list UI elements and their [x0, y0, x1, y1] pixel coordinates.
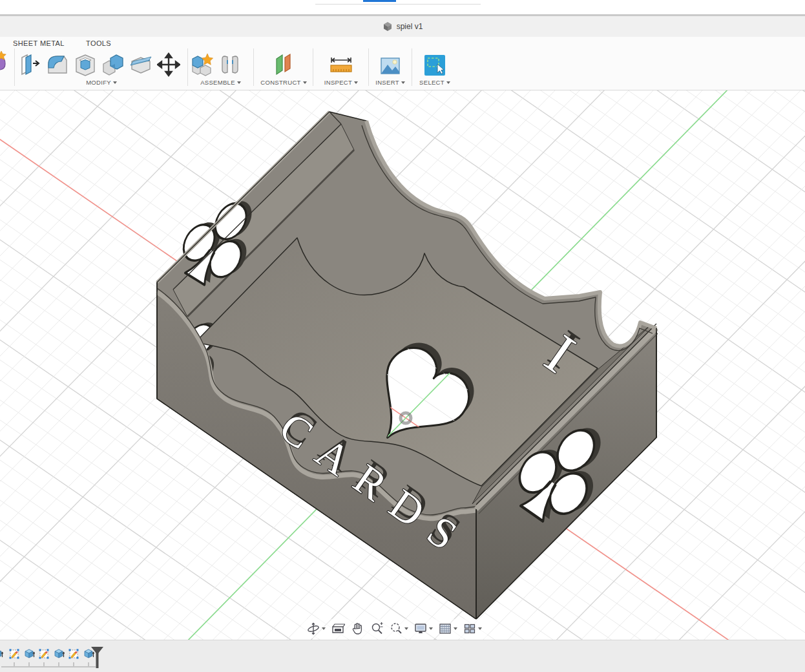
timeline-bar [0, 640, 805, 672]
move-icon[interactable] [157, 52, 180, 77]
chevron-down-icon [404, 627, 408, 630]
display-settings-icon [413, 622, 428, 636]
chevron-down-icon [303, 81, 307, 84]
timeline-feature-extrude[interactable] [23, 648, 35, 660]
chevron-down-icon [401, 81, 405, 84]
timeline-feature-extrude[interactable] [0, 648, 4, 660]
view-navigation-bar [301, 619, 487, 638]
timeline-feature-sketch[interactable] [38, 648, 50, 660]
zoom-icon [370, 622, 384, 636]
group-separator [253, 48, 254, 86]
orbit-button[interactable] [305, 620, 327, 637]
tab-tools[interactable]: TOOLS [86, 39, 111, 47]
measure-icon[interactable] [329, 52, 353, 77]
combine-icon[interactable] [101, 52, 125, 77]
active-tab-indicator [363, 0, 396, 2]
look-at-icon [331, 622, 345, 636]
grid-settings-button[interactable] [437, 620, 459, 637]
chevron-down-icon [113, 81, 117, 84]
chevron-down-icon [446, 81, 450, 84]
group-insert: INSERT [372, 50, 408, 89]
press-pull-icon[interactable] [18, 52, 41, 77]
shell-icon[interactable] [74, 52, 97, 77]
chevron-down-icon [322, 627, 326, 630]
tab-border [315, 4, 481, 5]
tab-sheet-metal[interactable]: SHEET METAL [13, 39, 65, 47]
document-title[interactable]: spiel v1 [397, 22, 423, 31]
group-select: SELECT [416, 50, 454, 89]
clipped-tool-icon[interactable] [0, 50, 8, 76]
group-separator [187, 48, 188, 86]
timeline-track [1, 666, 96, 667]
viewport-scene: I I CARDS CARDS [0, 90, 805, 640]
display-settings-button[interactable] [412, 620, 434, 637]
timeline-playhead[interactable] [90, 647, 104, 669]
construct-dropdown[interactable]: CONSTRUCT [257, 79, 310, 86]
modify-dropdown[interactable]: MODIFY [18, 79, 185, 86]
group-separator [14, 48, 15, 86]
orbit-icon [306, 622, 320, 636]
group-construct: CONSTRUCT [257, 50, 310, 89]
chevron-down-icon [478, 627, 482, 630]
viewports-icon [463, 622, 477, 636]
group-separator [368, 48, 369, 86]
group-separator [313, 48, 313, 86]
viewports-button[interactable] [461, 620, 483, 637]
timeline-feature-sketch[interactable] [68, 648, 79, 660]
group-modify: MODIFY [18, 50, 185, 89]
group-assemble: ASSEMBLE [190, 50, 251, 89]
new-component-icon[interactable] [190, 52, 214, 77]
inspect-dropdown[interactable]: INSPECT [318, 79, 364, 86]
chevron-down-icon [354, 81, 358, 84]
chevron-down-icon [454, 627, 457, 630]
ribbon-toolbar: SHEET METAL TOOLS [0, 37, 805, 90]
fillet-icon[interactable] [46, 52, 69, 77]
canvas-icon[interactable] [379, 55, 401, 77]
group-inspect: INSPECT [318, 50, 364, 89]
fit-icon [389, 622, 403, 636]
timeline-feature-extrude[interactable] [53, 648, 65, 660]
select-dropdown[interactable]: SELECT [416, 79, 454, 86]
construct-plane-icon[interactable] [273, 52, 295, 77]
joint-icon[interactable] [219, 52, 241, 77]
chevron-down-icon [237, 81, 241, 84]
zoom-button[interactable] [368, 620, 385, 637]
3d-viewport[interactable]: I I CARDS CARDS [0, 90, 805, 640]
chevron-down-icon [429, 627, 433, 630]
assemble-dropdown[interactable]: ASSEMBLE [190, 79, 251, 86]
grid-settings-icon [438, 622, 452, 636]
split-body-icon[interactable] [129, 52, 152, 77]
card-box-model[interactable]: I I CARDS CARDS [149, 112, 658, 619]
pan-button[interactable] [349, 620, 366, 637]
insert-dropdown[interactable]: INSERT [372, 79, 408, 86]
timeline-feature-sketch[interactable] [8, 648, 20, 660]
title-bar: spiel v1 [0, 16, 805, 37]
group-separator [412, 48, 412, 86]
fusion360-window: { "tab_bar": { "active_tab_indicator_col… [0, 0, 805, 672]
select-icon[interactable] [423, 54, 446, 77]
fit-button[interactable] [388, 620, 410, 637]
pan-hand-icon [350, 622, 364, 636]
cube-icon [382, 21, 393, 32]
look-at-button[interactable] [329, 620, 346, 637]
document-tab-strip [0, 0, 805, 14]
